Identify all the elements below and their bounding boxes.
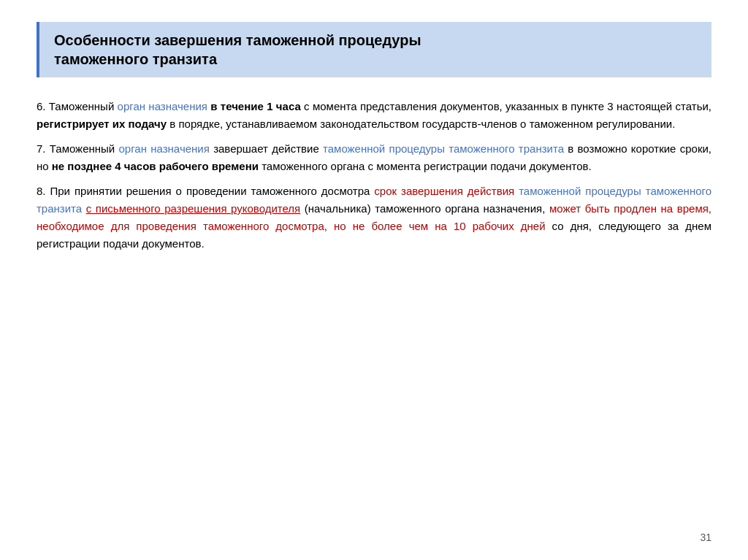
content-area: 6. Таможенный орган назначения в течение… — [37, 98, 711, 253]
title-line1: Особенности завершения таможенной процед… — [54, 31, 697, 69]
title-text-line1: Особенности завершения таможенной процед… — [54, 32, 421, 48]
p6-bold1: в течение 1 часа — [210, 100, 300, 112]
p7-blue1: орган назначения — [119, 142, 210, 155]
paragraph-7: 7. Таможенный орган назначения завершает… — [37, 140, 711, 175]
p7-mid3: таможенного органа с момента регистрации… — [259, 160, 592, 172]
p7-bold1: не позднее 4 часов рабочего времени — [52, 160, 259, 172]
p6-bold2: регистрирует их подачу — [37, 118, 167, 130]
p7-blue2: таможенной процедуры таможенного транзит… — [323, 142, 564, 155]
p7-start: 7. Таможенный — [37, 142, 119, 155]
p8-blue1: таможенной процедуры — [519, 185, 641, 197]
p8-red1: срок завершения действия — [374, 185, 514, 197]
paragraph-6: 6. Таможенный орган назначения в течение… — [37, 98, 711, 133]
p6-blue1: орган назначения — [118, 100, 207, 112]
title-box: Особенности завершения таможенной процед… — [37, 22, 711, 77]
p8-red2: с письменного разрешения руководителя — [86, 202, 300, 215]
page-number: 31 — [700, 530, 711, 545]
p6-mid2: с момента представления документов, указ… — [301, 100, 711, 112]
paragraph-8: 8. При принятии решения о проведении там… — [37, 183, 711, 253]
p8-start: 8. При принятии решения о проведении там… — [37, 185, 374, 197]
p8-mid4: (начальника) таможенного органа назначен… — [300, 202, 549, 215]
p6-end: в порядке, устанавливаемом законодательс… — [167, 118, 675, 130]
p7-mid1: завершает действие — [210, 142, 323, 155]
p6-start: 6. Таможенный — [37, 100, 118, 112]
title-text-line2: таможенного транзита — [54, 51, 217, 67]
